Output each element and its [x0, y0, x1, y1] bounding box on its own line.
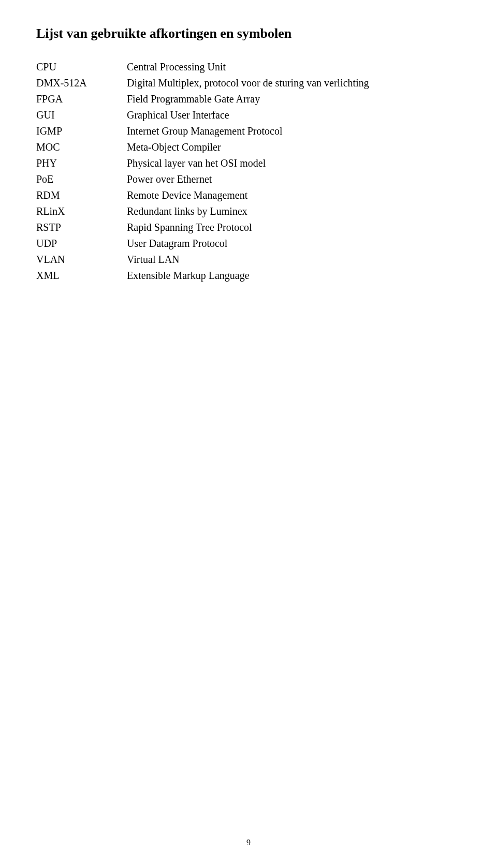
abbr-cell: FPGA — [36, 93, 127, 109]
abbr-cell: VLAN — [36, 254, 127, 270]
desc-cell: Internet Group Management Protocol — [127, 125, 461, 141]
table-row: RDM Remote Device Management — [36, 189, 461, 205]
abbr-cell: MOC — [36, 141, 127, 157]
abbr-cell: GUI — [36, 109, 127, 125]
table-row: RLinX Redundant links by Luminex — [36, 205, 461, 222]
table-row: XML Extensible Markup Language — [36, 270, 461, 286]
desc-cell: Graphical User Interface — [127, 109, 461, 125]
table-row: PHY Physical layer van het OSI model — [36, 157, 461, 173]
table-row: VLAN Virtual LAN — [36, 254, 461, 270]
abbr-cell: DMX-512A — [36, 77, 127, 93]
desc-cell: Remote Device Management — [127, 189, 461, 205]
table-row: MOC Meta-Object Compiler — [36, 141, 461, 157]
table-row: UDP User Datagram Protocol — [36, 238, 461, 254]
page-heading: Lijst van gebruikte afkortingen en symbo… — [36, 26, 461, 41]
desc-cell: Central Processing Unit — [127, 61, 461, 77]
abbr-cell: IGMP — [36, 125, 127, 141]
table-row: GUI Graphical User Interface — [36, 109, 461, 125]
table-row: IGMP Internet Group Management Protocol — [36, 125, 461, 141]
desc-cell: Redundant links by Luminex — [127, 205, 461, 222]
page-number: 9 — [0, 838, 497, 847]
abbr-cell: RLinX — [36, 205, 127, 222]
abbr-cell: PoE — [36, 173, 127, 189]
desc-cell: Rapid Spanning Tree Protocol — [127, 222, 461, 238]
abbr-cell: XML — [36, 270, 127, 286]
abbr-cell: UDP — [36, 238, 127, 254]
table-row: FPGA Field Programmable Gate Array — [36, 93, 461, 109]
abbr-cell: PHY — [36, 157, 127, 173]
desc-cell: User Datagram Protocol — [127, 238, 461, 254]
abbr-cell: RSTP — [36, 222, 127, 238]
desc-cell: Virtual LAN — [127, 254, 461, 270]
abbreviation-table: CPU Central Processing Unit DMX-512A Dig… — [36, 61, 461, 286]
abbr-cell: CPU — [36, 61, 127, 77]
desc-cell: Power over Ethernet — [127, 173, 461, 189]
table-row: DMX-512A Digital Multiplex, protocol voo… — [36, 77, 461, 93]
abbr-cell: RDM — [36, 189, 127, 205]
table-row: CPU Central Processing Unit — [36, 61, 461, 77]
table-row: RSTP Rapid Spanning Tree Protocol — [36, 222, 461, 238]
desc-cell: Extensible Markup Language — [127, 270, 461, 286]
desc-cell: Physical layer van het OSI model — [127, 157, 461, 173]
desc-cell: Meta-Object Compiler — [127, 141, 461, 157]
desc-cell: Digital Multiplex, protocol voor de stur… — [127, 77, 461, 93]
page-content: Lijst van gebruikte afkortingen en symbo… — [0, 0, 497, 286]
table-row: PoE Power over Ethernet — [36, 173, 461, 189]
desc-cell: Field Programmable Gate Array — [127, 93, 461, 109]
